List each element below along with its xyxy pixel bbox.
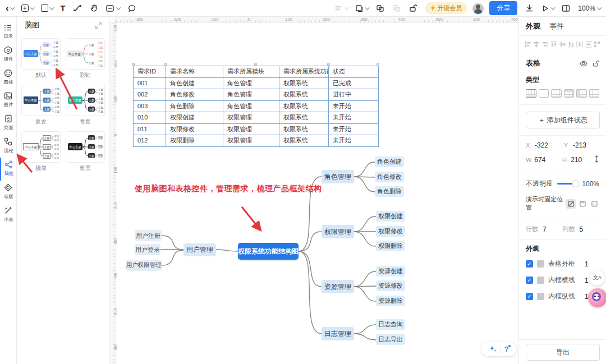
selection-handle[interactable] — [254, 63, 257, 66]
table-cell[interactable]: 003 — [134, 100, 166, 112]
table-row[interactable]: 010权限创建权限管理权限系统未开始 — [134, 112, 379, 124]
table-cell[interactable]: 权限管理 — [223, 112, 279, 124]
table-cell[interactable]: 未开始 — [329, 135, 379, 147]
table-cell[interactable]: 权限系统 — [279, 123, 329, 135]
widget-tool-button[interactable] — [106, 4, 120, 12]
table-cell[interactable]: 002 — [134, 89, 166, 101]
table-cell[interactable]: 角色修改 — [166, 89, 223, 101]
table-cell[interactable]: 权限系统 — [279, 89, 329, 101]
comment-tool-button[interactable] — [127, 4, 136, 12]
selection-handle[interactable] — [377, 63, 379, 66]
add-component-state-button[interactable]: ＋ 添加组件状态 — [526, 112, 600, 128]
mindmap-node[interactable]: 用户管理 — [183, 243, 216, 256]
column-header[interactable]: 需求ID — [134, 66, 166, 78]
tidy-up-icon[interactable] — [594, 41, 600, 48]
template-card-dark[interactable]: 中心主题 主题主题主题 子题子题子题 雅黑 — [66, 131, 105, 172]
insert-frame-button[interactable]: + — [21, 4, 33, 12]
translate-widget[interactable]: 文A — [590, 270, 605, 285]
mindmap-node[interactable]: 日志管理 — [322, 327, 354, 340]
align-bottom-icon[interactable] — [568, 41, 575, 48]
mindmap-node[interactable]: 资源删除 — [376, 296, 405, 306]
zoom-control[interactable]: 100% — [578, 4, 600, 12]
mindmap-node[interactable]: 角色修改 — [375, 172, 404, 182]
table-style-option[interactable] — [551, 89, 562, 98]
mindmap-node[interactable]: 角色管理 — [322, 170, 354, 183]
sidebar-item-master[interactable]: 母版 — [0, 181, 17, 204]
slider-knob[interactable] — [572, 181, 579, 187]
table-cell[interactable]: 权限系统 — [279, 112, 329, 124]
table-cell[interactable]: 角色管理 — [223, 77, 279, 89]
selection-handle[interactable] — [132, 63, 135, 66]
hand-tool-button[interactable] — [90, 4, 98, 12]
color-swatch[interactable] — [537, 293, 544, 300]
eye-icon[interactable] — [580, 61, 587, 67]
cols-value[interactable]: 5 — [580, 225, 584, 233]
align-top-icon[interactable] — [550, 41, 557, 48]
sidebar-item-pages[interactable]: 页面 — [0, 112, 17, 135]
constrain-proportions-icon[interactable] — [594, 155, 599, 163]
table-style-option[interactable] — [589, 89, 600, 98]
checkbox-checked[interactable]: ✓ — [526, 260, 533, 268]
mindmap-node[interactable]: 角色删除 — [375, 186, 404, 197]
table-row[interactable]: 002角色修改角色管理权限系统进行中 — [134, 89, 379, 101]
group-button[interactable] — [376, 4, 384, 12]
sidebar-item-catalog[interactable]: 目录 — [0, 21, 17, 43]
table-cell[interactable]: 权限创建 — [166, 112, 223, 124]
selection-handle[interactable] — [164, 63, 167, 66]
column-header[interactable]: 需求所属模块 — [223, 66, 279, 78]
lock-button[interactable] — [408, 4, 417, 12]
color-swatch[interactable] — [537, 277, 544, 284]
table-cell[interactable]: 已完成 — [329, 77, 379, 89]
export-button[interactable]: 导出 — [526, 344, 600, 361]
unlock-icon[interactable] — [592, 60, 599, 67]
shape-tool-button[interactable] — [41, 4, 53, 12]
ai-help-pill[interactable]: ? — [481, 342, 516, 356]
table-cell[interactable]: 进行中 — [329, 89, 379, 101]
template-card-retro[interactable]: 中心主题 主题主题主题 子题子题子题子题子题子题 复古 — [21, 85, 61, 126]
table-row[interactable]: 003角色删除角色管理权限系统未开始 — [134, 100, 379, 112]
ungroup-button[interactable] — [392, 4, 401, 12]
sidebar-item-images[interactable]: 图片 — [0, 89, 17, 112]
mindmap-node[interactable]: 权限删除 — [376, 241, 405, 251]
template-card-youth[interactable]: 中心主题 主题主题主题 子题子题子题子题子题子题 青春 — [66, 85, 105, 126]
assistant-mascot[interactable] — [588, 288, 606, 307]
table-cell[interactable]: 未开始 — [329, 100, 379, 112]
back-button[interactable]: ‹ — [6, 3, 13, 13]
table-cell[interactable]: 未开始 — [329, 123, 379, 135]
color-swatch[interactable] — [537, 260, 544, 268]
sidebar-item-mindmap[interactable]: 脑图 — [0, 158, 17, 181]
table-cell[interactable]: 未开始 — [329, 112, 379, 124]
rows-value[interactable]: 7 — [543, 225, 547, 233]
table-row[interactable]: 001角色创建角色管理权限系统已完成 — [134, 77, 379, 89]
fixed-bottom-button[interactable] — [589, 199, 599, 209]
table-cell[interactable]: 权限删除 — [166, 135, 223, 147]
text-tool-button[interactable]: T — [61, 4, 66, 13]
table-cell[interactable]: 权限系统 — [279, 100, 329, 112]
table-style-option[interactable] — [564, 89, 575, 98]
fixed-none-button[interactable] — [566, 199, 576, 209]
opacity-slider[interactable] — [557, 183, 577, 185]
table-style-option[interactable] — [526, 89, 536, 98]
align-right-icon[interactable] — [542, 41, 549, 48]
table-cell[interactable]: 012 — [134, 135, 166, 147]
align-vcenter-icon[interactable] — [559, 41, 566, 48]
align-hcenter-icon[interactable] — [533, 41, 540, 48]
align-menu-button[interactable] — [335, 4, 347, 12]
share-button[interactable]: 分享 — [489, 1, 517, 15]
sidebar-item-flow[interactable]: 流程 — [0, 135, 17, 158]
mindmap-node[interactable]: 权限创建 — [376, 211, 405, 222]
view-mode-button[interactable] — [355, 4, 368, 12]
table-style-option[interactable] — [576, 89, 587, 98]
table-cell[interactable]: 权限管理 — [223, 123, 279, 135]
table-cell[interactable]: 角色删除 — [166, 100, 223, 112]
table-cell[interactable]: 角色创建 — [166, 77, 223, 89]
mindmap-node[interactable]: 日志导出 — [376, 334, 405, 345]
table-cell[interactable]: 权限系统 — [279, 135, 329, 147]
tab-appearance[interactable]: 外观 — [526, 21, 540, 31]
mindmap-node[interactable]: 权限修改 — [376, 226, 405, 237]
table-cell[interactable]: 角色管理 — [223, 89, 279, 101]
tab-events[interactable]: 事件 — [549, 21, 564, 31]
template-card-rainbow[interactable]: 中心主题 主题主题主题 子题子题子题子题子题子题 彩虹 — [66, 38, 105, 79]
upgrade-badge[interactable]: 升级会员 — [425, 2, 467, 14]
connector-tool-button[interactable] — [73, 4, 82, 12]
